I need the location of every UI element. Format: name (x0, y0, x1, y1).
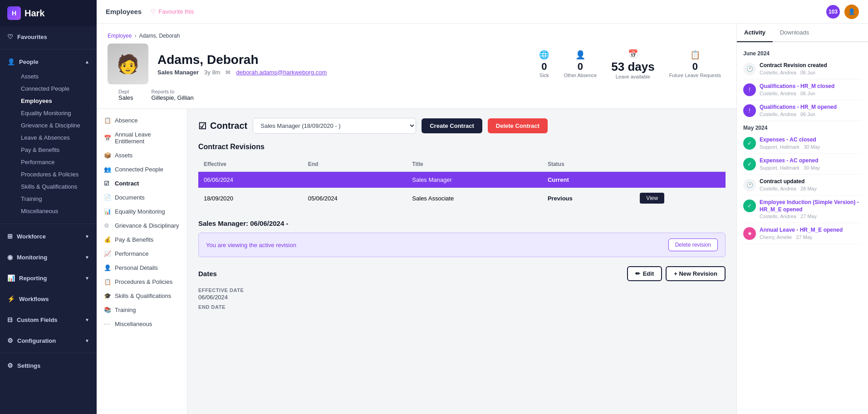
nav-misc[interactable]: ⋯ Miscellaneous (97, 317, 187, 331)
people-submenu: Assets Connected People Employees Equali… (0, 69, 97, 219)
favourite-button[interactable]: ♡ Favourite this (151, 8, 194, 15)
new-revision-button[interactable]: + New Revision (666, 266, 726, 281)
sidebar-item-workforce[interactable]: ⊞ Workforce ▼ (0, 229, 97, 244)
activity-meta: Costello, Andrea 06 Jun (760, 112, 862, 117)
nav-procedures[interactable]: 📋 Procedures & Policies (97, 275, 187, 289)
sidebar-item-procedures[interactable]: Procedures & Policies (16, 168, 97, 180)
employee-email[interactable]: deborah.adams@harkweborg.com (236, 69, 327, 76)
nav-performance[interactable]: 📈 Performance (97, 247, 187, 261)
clock-icon: 🕐 (743, 63, 756, 75)
sidebar-item-connected-people[interactable]: Connected People (16, 83, 97, 95)
skills-icon: 🎓 (104, 292, 111, 299)
nav-documents[interactable]: 📄 Documents (97, 190, 187, 205)
cell-end (303, 171, 407, 188)
pay-icon: 💰 (104, 236, 111, 243)
sidebar-item-leave[interactable]: Leave & Absences (16, 132, 97, 144)
stat-other: 👤 0 Other Absence (564, 50, 597, 78)
sidebar-item-monitoring[interactable]: ◉ Monitoring ▼ (0, 249, 97, 265)
topbar: Employees ♡ Favourite this 103 👤 (97, 0, 868, 24)
edit-icon: ✏ (635, 270, 640, 277)
sidebar-item-custom-fields[interactable]: ⊟ Custom Fields ▼ (0, 312, 97, 327)
contract-title: ☑ Contract (198, 121, 247, 132)
nav-grievance[interactable]: ⚙ Grievance & Disciplinary (97, 219, 187, 233)
nav-training[interactable]: 📚 Training (97, 303, 187, 317)
sidebar-item-equality[interactable]: Equality Monitoring (16, 107, 97, 119)
sidebar-item-pay[interactable]: Pay & Benefits (16, 144, 97, 156)
sidebar-item-people[interactable]: 👤 People ▲ (0, 54, 97, 69)
sidebar-item-workflows[interactable]: ⚡ Workflows (0, 291, 97, 307)
activity-item: ! Qualifications - HR_M closed Costello,… (743, 79, 862, 100)
activity-title[interactable]: Employee Induction (Simple Version) - HR… (760, 199, 862, 213)
activity-title[interactable]: Qualifications - HR_M opened (760, 104, 862, 111)
avatar[interactable]: 👤 (844, 5, 859, 19)
table-row[interactable]: 06/06/2024 Sales Manager Current (198, 171, 726, 188)
annual-leave-icon: 📅 (104, 135, 111, 141)
cell-end: 05/06/2024 (303, 188, 407, 209)
activity-title[interactable]: Annual Leave - HR_M_E opened (760, 227, 862, 234)
activity-meta: Costello, Andrea 06 Jun (760, 91, 862, 96)
nav-annual-leave[interactable]: 📅 Annual Leave Entitlement (97, 127, 187, 148)
leave-value: 53 days (611, 60, 654, 74)
col-effective: Effective (198, 157, 303, 171)
breadcrumb-parent[interactable]: Employee (108, 33, 132, 39)
col-status: Status (542, 157, 634, 171)
nav-skills[interactable]: 🎓 Skills & Qualifications (97, 289, 187, 303)
logo-icon: H (7, 6, 21, 20)
sidebar-item-grievance[interactable]: Grievance & Discipline (16, 119, 97, 132)
view-button[interactable]: View (640, 193, 664, 204)
activity-title[interactable]: Expenses - AC opened (760, 157, 862, 165)
activity-content: Qualifications - HR_M closed Costello, A… (760, 83, 862, 96)
activity-meta: Support, Hallmark 30 May (760, 165, 862, 170)
sidebar-item-training[interactable]: Training (16, 193, 97, 205)
nav-contract[interactable]: ☑ Contract (97, 176, 187, 190)
sick-icon: 🌐 (539, 50, 549, 60)
absence-icon: 📋 (104, 117, 111, 124)
sidebar-item-reporting[interactable]: 📊 Reporting ▼ (0, 270, 97, 286)
edit-button[interactable]: ✏ Edit (627, 266, 662, 281)
dept-value: Sales (118, 94, 133, 101)
sick-value: 0 (539, 61, 549, 73)
heart-icon: ♡ (7, 33, 13, 40)
sidebar-item-performance[interactable]: Performance (16, 156, 97, 168)
notification-badge[interactable]: 103 (826, 5, 840, 19)
col-title: Title (407, 157, 542, 171)
delete-contract-button[interactable]: Delete Contract (488, 118, 548, 133)
delete-revision-button[interactable]: Delete revision (668, 239, 718, 251)
activity-title[interactable]: Expenses - AC closed (760, 136, 862, 144)
sidebar-item-misc[interactable]: Miscellaneous (16, 205, 97, 217)
tab-activity[interactable]: Activity (737, 24, 773, 42)
breadcrumb-arrow: › (134, 33, 136, 39)
table-row[interactable]: 18/09/2020 05/06/2024 Sales Associate Pr… (198, 188, 726, 209)
activity-content: Annual Leave - HR_M_E opened Cherry, Ame… (760, 227, 862, 240)
sidebar-item-configuration[interactable]: ⚙ Configuration ▼ (0, 333, 97, 348)
active-revision-text: You are viewing the active revision (206, 242, 296, 248)
nav-pay[interactable]: 💰 Pay & Benefits (97, 233, 187, 247)
tab-downloads[interactable]: Downloads (773, 24, 816, 41)
nav-absence[interactable]: 📋 Absence (97, 113, 187, 127)
activity-content: Employee Induction (Simple Version) - HR… (760, 199, 862, 219)
create-contract-button[interactable]: Create Contract (422, 118, 482, 133)
chevron-down-icon-3: ▼ (85, 276, 89, 281)
contract-select[interactable]: Sales Manager (18/09/2020 - ) (253, 118, 416, 134)
training-icon: 📚 (104, 307, 111, 313)
sidebar-item-skills[interactable]: Skills & Qualifications (16, 180, 97, 193)
activity-content: Qualifications - HR_M opened Costello, A… (760, 104, 862, 117)
other-value: 0 (564, 61, 597, 73)
employee-left-nav: 📋 Absence 📅 Annual Leave Entitlement 📦 A… (97, 109, 187, 414)
nav-equality[interactable]: 📊 Equality Monitoring (97, 205, 187, 219)
sidebar-item-favourites[interactable]: ♡ Favourites (0, 29, 97, 44)
nav-assets[interactable]: 📦 Assets (97, 148, 187, 162)
sidebar-item-employees[interactable]: Employees (16, 95, 97, 107)
nav-connected-people[interactable]: 👥 Connected People (97, 162, 187, 176)
activity-title: Contract updated (760, 178, 862, 185)
nav-personal[interactable]: 👤 Personal Details (97, 261, 187, 275)
activity-title[interactable]: Qualifications - HR_M closed (760, 83, 862, 90)
employee-photo: 🧑 (108, 44, 148, 84)
exclamation-icon: ! (743, 83, 756, 96)
leave-icon: 📅 (611, 49, 654, 59)
activity-title: Contract Revision created (760, 62, 862, 69)
stat-leave: 📅 53 days Leave available (611, 49, 654, 79)
sidebar-item-assets[interactable]: Assets (16, 70, 97, 83)
check-icon-3: ✓ (743, 200, 756, 212)
sidebar-item-settings[interactable]: ⚙ Settings (0, 358, 97, 373)
